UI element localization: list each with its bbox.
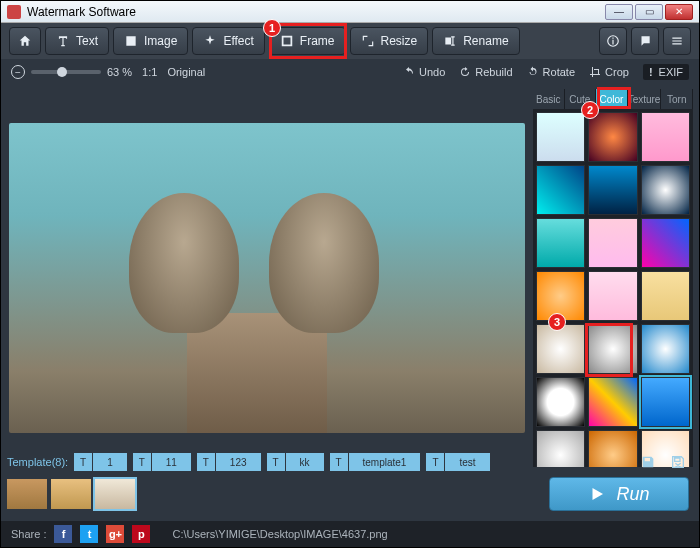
template-label: Template(8): (7, 456, 68, 468)
info-icon (606, 34, 620, 48)
minimize-button[interactable]: — (605, 4, 633, 20)
text-button[interactable]: Text (45, 27, 109, 55)
rotate-button[interactable]: Rotate (527, 64, 575, 80)
tab-torn[interactable]: Torn (661, 89, 693, 109)
image-thumb[interactable] (51, 479, 91, 509)
file-path: C:\Users\YIMIGE\Desktop\IMAGE\4637.png (172, 528, 387, 540)
rename-button[interactable]: Rename (432, 27, 519, 55)
callout-num-1: 1 (263, 19, 281, 37)
rebuild-icon (459, 66, 471, 78)
rebuild-button[interactable]: Rebuild (459, 64, 512, 80)
undo-button[interactable]: Undo (403, 64, 445, 80)
resize-button[interactable]: Resize (350, 27, 429, 55)
save-template-button[interactable] (637, 451, 659, 473)
sub-toolbar: − 63 % 1:1 Original Undo Rebuild Rotate … (1, 59, 699, 85)
template-item[interactable]: T1 (74, 453, 127, 471)
image-icon (124, 34, 138, 48)
template-name: kk (286, 453, 324, 471)
window-title: Watermark Software (27, 5, 136, 19)
template-badge-icon: T (197, 453, 215, 471)
main-toolbar: Text Image Effect Frame Resize Rename (1, 23, 699, 59)
menu-icon (670, 34, 684, 48)
undo-icon (403, 66, 415, 78)
frame-grid (533, 109, 693, 467)
template-item[interactable]: T11 (133, 453, 191, 471)
frame-thumb[interactable] (536, 324, 585, 374)
template-name: 11 (152, 453, 191, 471)
image-thumb[interactable] (7, 479, 47, 509)
template-item[interactable]: Ttemplate1 (330, 453, 421, 471)
feedback-button[interactable] (631, 27, 659, 55)
callout-num-3: 3 (548, 313, 566, 331)
run-button[interactable]: Run (549, 477, 689, 511)
frame-thumb[interactable] (536, 165, 585, 215)
original-label[interactable]: Original (167, 66, 205, 78)
share-pinterest[interactable]: p (132, 525, 150, 543)
chat-icon (638, 34, 652, 48)
settings-button[interactable] (663, 27, 691, 55)
delete-template-button[interactable] (667, 451, 689, 473)
app-icon (7, 5, 21, 19)
frame-thumb[interactable] (588, 165, 637, 215)
rotate-icon (527, 66, 539, 78)
footer-bar: Share : f t g+ p C:\Users\YIMIGE\Desktop… (1, 521, 699, 547)
frame-thumb[interactable] (536, 112, 585, 162)
template-badge-icon: T (133, 453, 151, 471)
frame-thumb[interactable] (536, 377, 585, 427)
zoom-slider[interactable] (31, 70, 101, 74)
frame-thumb[interactable] (641, 218, 690, 268)
template-item[interactable]: T123 (197, 453, 261, 471)
play-icon (588, 485, 606, 503)
frame-thumb[interactable] (641, 165, 690, 215)
template-name: test (445, 453, 489, 471)
template-item[interactable]: Ttest (426, 453, 489, 471)
home-button[interactable] (9, 27, 41, 55)
maximize-button[interactable]: ▭ (635, 4, 663, 20)
frame-icon (280, 34, 294, 48)
share-twitter[interactable]: t (80, 525, 98, 543)
image-thumbs (7, 479, 135, 509)
template-name: template1 (349, 453, 421, 471)
frame-thumb[interactable] (641, 324, 690, 374)
zoom-out-button[interactable]: − (11, 65, 25, 79)
template-name: 1 (93, 453, 127, 471)
template-badge-icon: T (74, 453, 92, 471)
delete-icon (670, 454, 686, 470)
effect-button[interactable]: Effect (192, 27, 264, 55)
frame-thumb[interactable] (641, 271, 690, 321)
help-button[interactable] (599, 27, 627, 55)
frame-thumb[interactable] (588, 218, 637, 268)
image-button[interactable]: Image (113, 27, 188, 55)
frame-thumb[interactable] (641, 112, 690, 162)
preview-canvas[interactable] (9, 123, 525, 433)
image-thumb[interactable] (95, 479, 135, 509)
window-titlebar: Watermark Software — ▭ ✕ (1, 1, 699, 23)
close-button[interactable]: ✕ (665, 4, 693, 20)
tab-basic[interactable]: Basic (533, 89, 565, 109)
ratio-label[interactable]: 1:1 (142, 66, 157, 78)
exif-button[interactable]: !EXIF (643, 64, 689, 80)
frame-thumb[interactable] (588, 112, 637, 162)
text-icon (56, 34, 70, 48)
frame-thumb[interactable] (641, 377, 690, 427)
window-controls: — ▭ ✕ (605, 4, 693, 20)
frame-thumb[interactable] (588, 324, 637, 374)
template-name: 123 (216, 453, 261, 471)
tab-color[interactable]: Color (596, 89, 628, 109)
frame-thumb[interactable] (588, 377, 637, 427)
template-badge-icon: T (426, 453, 444, 471)
callout-num-2: 2 (581, 101, 599, 119)
zoom-value: 63 % (107, 66, 132, 78)
share-label: Share : (11, 528, 46, 540)
frame-thumb[interactable] (588, 271, 637, 321)
crop-icon (589, 66, 601, 78)
template-bar: Template(8): T1T11T123TkkTtemplate1Ttest (7, 451, 609, 473)
frame-thumb[interactable] (536, 218, 585, 268)
template-item[interactable]: Tkk (267, 453, 324, 471)
frame-tabs: Basic Cute Color Texture Torn (533, 89, 693, 109)
frame-panel: Basic Cute Color Texture Torn (533, 89, 693, 467)
share-googleplus[interactable]: g+ (106, 525, 124, 543)
tab-texture[interactable]: Texture (628, 89, 662, 109)
share-facebook[interactable]: f (54, 525, 72, 543)
crop-button[interactable]: Crop (589, 64, 629, 80)
